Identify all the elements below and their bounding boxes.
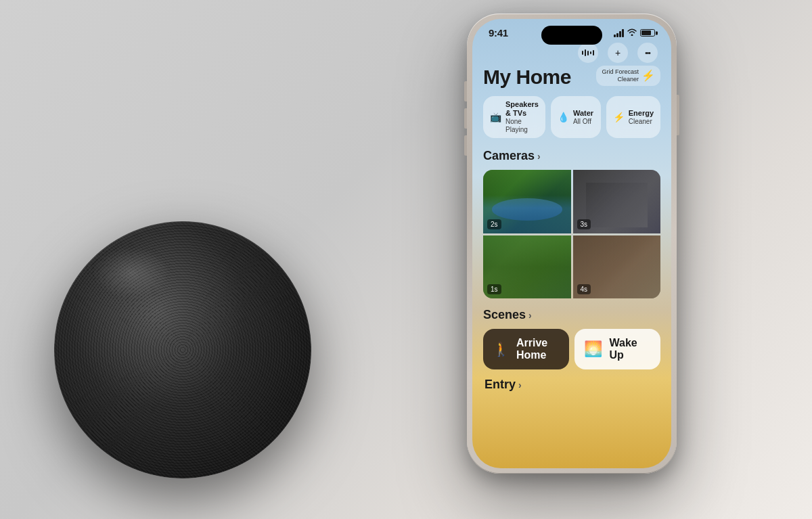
camera-cell-gym[interactable]: 3s	[573, 170, 661, 233]
sun-icon: 🌅	[584, 340, 603, 358]
iphone-frame: 9:41	[467, 14, 677, 474]
water-droplet-icon: 💧	[558, 112, 569, 122]
entry-section-header[interactable]: Entry ›	[484, 378, 659, 392]
camera-timer-4: 4s	[577, 284, 591, 294]
grid-forecast-line2: Cleaner	[602, 76, 639, 83]
audio-wave-button[interactable]	[578, 43, 598, 63]
scenes-label: Scenes	[483, 308, 526, 322]
tv-icon: 📺	[490, 112, 501, 122]
wave-bar-5	[593, 50, 594, 55]
scenes-section: Scenes › 🚶 Arrive Home 🌅 Wake Up	[483, 308, 660, 369]
iphone-device: 9:41	[467, 14, 677, 474]
grid-forecast-line1: Grid Forecast	[602, 68, 639, 76]
scenes-chevron-icon: ›	[528, 310, 532, 321]
homepod-mini	[54, 221, 311, 478]
signal-bar-4	[622, 29, 624, 37]
more-button[interactable]: •••	[637, 43, 658, 63]
wave-bar-4	[590, 51, 591, 54]
signal-bar-2	[616, 33, 618, 37]
camera-cell-livingroom[interactable]: 4s	[573, 235, 661, 299]
battery-fill	[641, 30, 651, 35]
app-content: + ••• My Home Grid Forecast Cleaner ⚡	[472, 39, 671, 392]
scenes-section-header[interactable]: Scenes ›	[483, 308, 660, 322]
category-pills: 📺 Speakers & TVs None Playing 💧 Water Al…	[483, 96, 660, 138]
scenes-row: 🚶 Arrive Home 🌅 Wake Up	[483, 329, 660, 369]
title-row: My Home Grid Forecast Cleaner ⚡	[483, 66, 660, 88]
wave-bar-3	[587, 51, 589, 55]
signal-icon	[614, 29, 624, 37]
cameras-chevron-icon: ›	[537, 151, 541, 162]
pill-speakers-tvs-label: Speakers & TVs	[505, 100, 539, 118]
wifi-icon	[627, 28, 637, 38]
camera-timer-3: 1s	[487, 284, 501, 294]
entry-section: Entry ›	[483, 378, 660, 392]
camera-timer-1: 2s	[487, 219, 501, 229]
wake-up-label: Wake Up	[610, 337, 651, 361]
camera-timer-2: 3s	[577, 219, 591, 229]
arrive-home-label: Arrive Home	[516, 337, 560, 361]
energy-bolt-icon: ⚡	[613, 112, 625, 122]
pill-energy-label: Energy	[629, 109, 654, 118]
camera-cell-pool[interactable]: 2s	[483, 170, 571, 233]
add-button[interactable]: +	[608, 43, 628, 63]
wake-up-button[interactable]: 🌅 Wake Up	[574, 329, 660, 369]
grid-forecast-text: Grid Forecast Cleaner	[602, 68, 639, 83]
entry-chevron-icon: ›	[518, 380, 522, 390]
pill-water-label: Water	[573, 109, 593, 118]
wave-bar-2	[585, 49, 586, 56]
camera-grid: 2s 3s 1s 4s	[483, 170, 660, 298]
iphone-screen: 9:41	[472, 19, 671, 468]
action-bar: + •••	[483, 43, 660, 63]
pill-energy[interactable]: ⚡ Energy Cleaner	[606, 96, 660, 138]
app-title: My Home	[483, 66, 571, 88]
pill-speakers-tvs[interactable]: 📺 Speakers & TVs None Playing	[483, 96, 545, 138]
cameras-section-header[interactable]: Cameras ›	[483, 149, 660, 163]
pill-water[interactable]: 💧 Water All Off	[551, 96, 601, 138]
pill-water-text: Water All Off	[573, 109, 593, 126]
status-time: 9:41	[489, 27, 508, 39]
cameras-label: Cameras	[483, 149, 535, 163]
dynamic-island	[541, 26, 602, 45]
signal-bar-3	[619, 31, 621, 37]
pill-speakers-tvs-sublabel: None Playing	[505, 118, 539, 134]
arrive-home-button[interactable]: 🚶 Arrive Home	[483, 329, 569, 369]
pill-speakers-tvs-text: Speakers & TVs None Playing	[505, 100, 539, 134]
camera-cell-garden[interactable]: 1s	[483, 235, 571, 299]
wave-bar-1	[582, 51, 583, 55]
walk-icon: 🚶	[493, 341, 510, 357]
signal-bar-1	[614, 35, 616, 37]
status-icons	[614, 28, 655, 38]
grid-forecast-widget[interactable]: Grid Forecast Cleaner ⚡	[596, 66, 660, 86]
pill-energy-sublabel: Cleaner	[629, 118, 654, 126]
entry-label: Entry	[484, 378, 516, 392]
pill-water-sublabel: All Off	[573, 118, 593, 126]
lightning-icon: ⚡	[641, 69, 655, 82]
battery-icon	[640, 29, 655, 37]
pill-energy-text: Energy Cleaner	[629, 109, 654, 126]
